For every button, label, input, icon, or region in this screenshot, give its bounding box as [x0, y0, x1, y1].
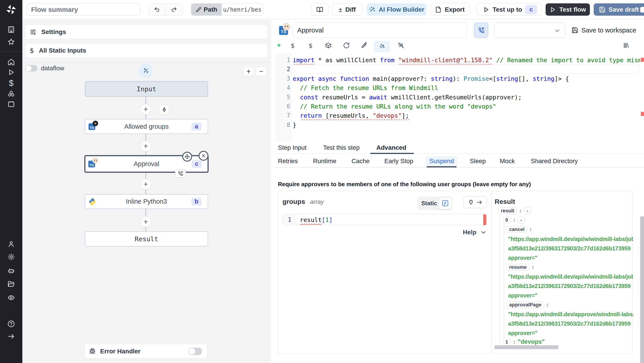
- step-name-input[interactable]: Approval: [292, 23, 467, 38]
- reload-tool-icon[interactable]: [341, 40, 352, 51]
- json-key-result[interactable]: result: [498, 207, 517, 214]
- suspend-description: Require approvers to be members of one o…: [278, 181, 531, 188]
- package-tool-icon[interactable]: [323, 40, 334, 51]
- javascript-mode-button[interactable]: [439, 197, 452, 209]
- ai-assist-tool-active[interactable]: [374, 41, 390, 52]
- allowed-groups-badge: a: [192, 123, 202, 130]
- delete-step-button[interactable]: [198, 151, 208, 161]
- dataflow-toggle[interactable]: [25, 65, 38, 72]
- resources-tool-icon[interactable]: $: [305, 40, 316, 51]
- move-step-handle[interactable]: [182, 152, 192, 162]
- json-row-result[interactable]: result : -: [498, 207, 531, 214]
- all-static-inputs-button[interactable]: $ All Static Inputs: [25, 43, 268, 58]
- flow-node-input[interactable]: Input: [85, 81, 208, 97]
- variables-dollar-icon[interactable]: $: [9, 79, 14, 88]
- subtab-cache[interactable]: Cache: [352, 155, 370, 167]
- collapse-arrow-icon[interactable]: [8, 332, 15, 340]
- result-horizontal-scrollbar[interactable]: [495, 345, 558, 349]
- magic-wand-icon: [369, 6, 376, 13]
- favorites-star-icon[interactable]: [8, 38, 15, 46]
- subtab-runtime[interactable]: Runtime: [313, 155, 336, 167]
- help-link[interactable]: Help: [463, 229, 486, 236]
- save-draft-button[interactable]: Save draft: [594, 3, 644, 16]
- runs-play-icon[interactable]: [8, 69, 15, 76]
- help-icon[interactable]: [8, 320, 15, 328]
- flow-node-allowed-groups[interactable]: TS Allowed groups a: [85, 119, 208, 134]
- tab-step-input[interactable]: Step Input: [278, 141, 306, 154]
- test-flow-button[interactable]: Test flow: [546, 3, 590, 16]
- json-value-url: a3f58d13e212/3963172903/2c77d162d6b17395…: [508, 320, 633, 327]
- flow-node-inline-python[interactable]: Inline Python3 b: [85, 194, 208, 209]
- json-key-cancel[interactable]: cancel: [506, 226, 527, 233]
- json-value-devops: "devops": [518, 338, 545, 345]
- ai-flow-builder-button[interactable]: AI Flow Builder: [367, 3, 426, 16]
- connect-input-button[interactable]: [463, 196, 487, 208]
- subtab-sleep[interactable]: Sleep: [470, 155, 486, 167]
- json-row-1[interactable]: 1 : "devops": [503, 338, 545, 345]
- phone-incoming-icon: [178, 171, 183, 176]
- schedules-calendar-icon[interactable]: [8, 100, 15, 108]
- subtab-mock[interactable]: Mock: [500, 155, 515, 167]
- path-button[interactable]: Path u/henri/bes: [191, 3, 263, 16]
- zoom-in-button[interactable]: +: [243, 67, 254, 76]
- workspace-building-icon[interactable]: [8, 26, 15, 33]
- line-number-3: 3: [277, 75, 290, 82]
- test-up-to-label: Test up to: [492, 6, 522, 13]
- add-step-button-4[interactable]: [140, 216, 151, 227]
- groups-expression-editor[interactable]: 1 result[1]: [282, 214, 486, 225]
- json-value-url: approver=": [508, 255, 633, 261]
- subtab-retries[interactable]: Retries: [278, 155, 298, 167]
- json-row-0[interactable]: 0 : -: [503, 217, 525, 223]
- tab-test-this-step[interactable]: Test this step: [323, 141, 360, 154]
- suspend-phone-button[interactable]: [474, 23, 488, 38]
- format-brush-tool-icon[interactable]: [358, 40, 370, 51]
- flow-settings-button[interactable]: Settings: [25, 25, 268, 39]
- json-key-resume[interactable]: resume: [506, 264, 529, 271]
- collapse-button[interactable]: -: [518, 217, 525, 223]
- subtab-shared-directory[interactable]: Shared Directory: [531, 155, 578, 167]
- error-ruler-mark-2: [641, 112, 644, 116]
- save-to-workspace-button[interactable]: Save to workspace: [572, 25, 636, 35]
- trigger-button[interactable]: [159, 104, 170, 115]
- library-tool-icon[interactable]: [620, 40, 632, 51]
- docs-button[interactable]: [311, 3, 328, 16]
- add-step-button-3[interactable]: [140, 179, 151, 190]
- diff-button[interactable]: ± Diff: [332, 3, 362, 16]
- wand-off-tool-icon[interactable]: [395, 40, 406, 51]
- error-handler-toggle[interactable]: [188, 347, 202, 355]
- flow-summary-input[interactable]: Flow summary: [27, 3, 140, 16]
- json-key-1[interactable]: 1: [503, 338, 511, 345]
- flow-node-result[interactable]: Result: [85, 231, 208, 246]
- panel-vertical-scrollbar[interactable]: [640, 216, 644, 363]
- resources-boxes-icon[interactable]: [8, 90, 15, 97]
- add-step-button-1[interactable]: [140, 104, 151, 115]
- settings-gear-icon[interactable]: [8, 253, 15, 261]
- mini-editor-code: result[1]: [297, 214, 483, 225]
- collapse-button[interactable]: -: [524, 207, 531, 214]
- ai-graph-wand-button[interactable]: [139, 64, 153, 78]
- json-row-resume[interactable]: resume :: [506, 264, 534, 271]
- json-key-approval-page[interactable]: approvalPage: [506, 301, 544, 308]
- user-icon[interactable]: [8, 240, 15, 248]
- tab-advanced[interactable]: Advanced: [376, 141, 406, 154]
- subtab-early-stop[interactable]: Early Stop: [384, 155, 413, 167]
- export-button[interactable]: Export: [430, 3, 469, 16]
- workers-bot-icon[interactable]: [8, 267, 15, 275]
- test-up-to-button[interactable]: Test up to c: [476, 3, 542, 16]
- undo-button[interactable]: [148, 4, 166, 16]
- windmill-logo-icon[interactable]: [5, 4, 17, 16]
- zoom-out-button[interactable]: −: [256, 67, 266, 76]
- add-step-button-2[interactable]: [140, 141, 151, 152]
- variables-tool-icon[interactable]: $: [287, 40, 298, 51]
- json-key-0[interactable]: 0: [503, 217, 511, 223]
- arrow-right-icon: [476, 199, 482, 205]
- subtab-suspend-active[interactable]: Suspend: [426, 156, 458, 166]
- error-handler-node[interactable]: Error Handler: [84, 344, 207, 358]
- json-row-cancel[interactable]: cancel :: [506, 226, 532, 233]
- kind-select[interactable]: [494, 23, 565, 38]
- json-row-approval-page[interactable]: approvalPage :: [506, 301, 548, 308]
- redo-button[interactable]: [166, 4, 183, 16]
- folders-icon[interactable]: [8, 280, 15, 288]
- home-icon[interactable]: [8, 58, 15, 66]
- audit-eye-icon[interactable]: [8, 294, 15, 301]
